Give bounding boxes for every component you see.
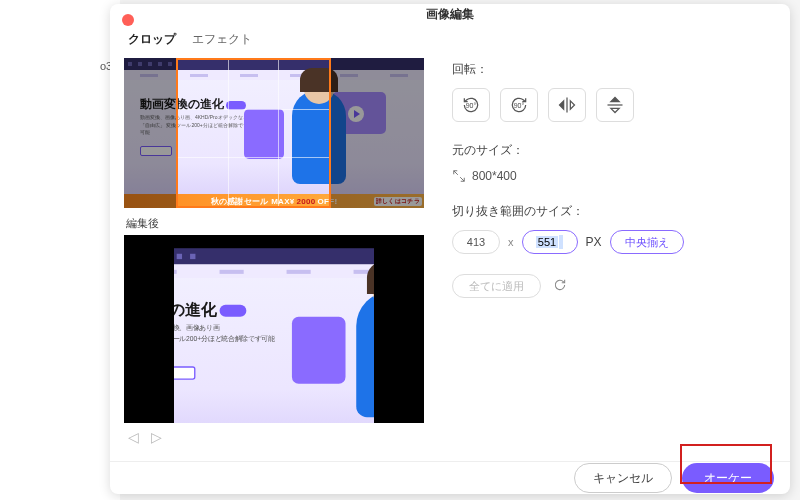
center-align-button[interactable]: 中央揃え bbox=[610, 230, 684, 254]
left-column: クロップ エフェクト 動画変換の進化 動画変換、画像あり画、4KHD/Proオデ… bbox=[124, 25, 434, 451]
original-size-value: 800*400 bbox=[472, 169, 517, 183]
flip-horizontal-icon bbox=[557, 95, 577, 115]
right-column: 回転： 90° 90° bbox=[452, 25, 776, 451]
reset-icon bbox=[553, 278, 567, 292]
crop-source-preview[interactable]: 動画変換の進化 動画変換、画像あり画、4KHD/Proオデックなど「自由広」 変… bbox=[124, 58, 424, 208]
apply-row: 全てに適用 bbox=[452, 274, 776, 298]
tab-effect[interactable]: エフェクト bbox=[192, 31, 252, 48]
expand-icon bbox=[452, 169, 466, 183]
flip-horizontal-button[interactable] bbox=[548, 88, 586, 122]
crop-shade-left bbox=[124, 58, 176, 208]
original-size-section: 元のサイズ： 800*400 bbox=[452, 142, 776, 183]
next-frame-icon[interactable]: ▷ bbox=[151, 429, 162, 445]
background-window: o3 bbox=[0, 0, 120, 500]
titlebar: 画像編集 bbox=[110, 4, 790, 25]
after-label: 編集後 bbox=[126, 216, 434, 231]
crop-shade-right bbox=[331, 58, 424, 208]
close-icon[interactable] bbox=[122, 14, 134, 26]
flip-vertical-button[interactable] bbox=[596, 88, 634, 122]
frame-pager: ◁ ▷ bbox=[124, 423, 434, 451]
image-edit-modal: 画像編集 クロップ エフェクト 動画変換の進化 動画変換、画像あり画、4KHD/… bbox=[110, 4, 790, 494]
crop-width-input[interactable]: 413 bbox=[452, 230, 500, 254]
ok-button[interactable]: オーケー bbox=[682, 463, 774, 493]
modal-footer: キャンセル オーケー bbox=[110, 461, 790, 494]
crop-size-section: 切り抜き範囲のサイズ： 413 x 551 PX 中央揃え bbox=[452, 203, 776, 254]
flip-vertical-icon bbox=[605, 95, 625, 115]
rotate-section: 回転： 90° 90° bbox=[452, 61, 776, 122]
crop-height-input[interactable]: 551 bbox=[522, 230, 578, 254]
rotate-cw-button[interactable]: 90° bbox=[500, 88, 538, 122]
reset-button[interactable] bbox=[553, 278, 567, 295]
crop-size-label: 切り抜き範囲のサイズ： bbox=[452, 203, 776, 220]
after-preview: 険の進化 動画変換、画像あり画変換ツール200+分ほど統合解除です可能 秋の感謝… bbox=[124, 235, 424, 423]
px-label: PX bbox=[586, 235, 602, 249]
tabs: クロップ エフェクト bbox=[124, 25, 434, 58]
tab-crop[interactable]: クロップ bbox=[128, 31, 176, 48]
modal-title: 画像編集 bbox=[426, 6, 474, 23]
cancel-button[interactable]: キャンセル bbox=[574, 463, 672, 493]
apply-all-button[interactable]: 全てに適用 bbox=[452, 274, 541, 298]
original-size-label: 元のサイズ： bbox=[452, 142, 776, 159]
prev-frame-icon[interactable]: ◁ bbox=[128, 429, 139, 445]
rotate-ccw-button[interactable]: 90° bbox=[452, 88, 490, 122]
x-separator: x bbox=[508, 236, 514, 248]
rotate-label: 回転： bbox=[452, 61, 776, 78]
